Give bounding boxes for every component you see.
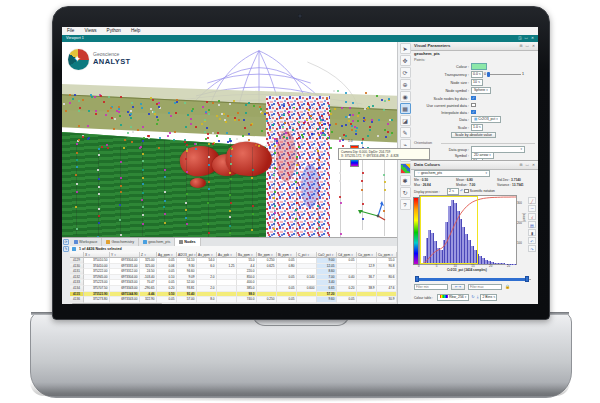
scatter-point (387, 123, 389, 125)
point-colour-swatch[interactable] (471, 63, 487, 70)
viewport-tab-window-icons[interactable]: ◳ ▭ ✕ (518, 35, 535, 42)
tab-geochemistry[interactable]: Geochemistry (102, 238, 139, 246)
viewport-tab[interactable]: Viewport 1 (62, 35, 84, 42)
scatter-point (270, 116, 272, 118)
scatter-point (384, 100, 386, 102)
pan-icon[interactable]: ✥ (400, 55, 411, 66)
scatter-point (334, 108, 336, 110)
scatter-point (296, 156, 298, 158)
menu-item-file[interactable]: File (62, 27, 79, 35)
filter-max-input[interactable] (468, 284, 502, 290)
range-centre-button[interactable]: ⇤⇥ (451, 284, 465, 290)
filter-icon[interactable]: ▼ (289, 254, 292, 257)
scale-sqrt-icon[interactable]: √ (528, 213, 536, 220)
tab-nodes[interactable]: Nodes (175, 238, 200, 246)
filter-icon[interactable]: ▼ (193, 254, 196, 257)
filter-icon[interactable]: ▼ (87, 254, 90, 257)
histogram-icon[interactable]: ▮ (528, 229, 536, 236)
interpolate-checkbox[interactable]: ✓ (471, 110, 476, 115)
filter-icon[interactable]: ▼ (390, 254, 393, 257)
filter-icon[interactable]: ▼ (270, 254, 273, 257)
visual-parameters-header[interactable]: Visual Parameters ⊞ ▭ ✕ (411, 42, 538, 51)
data-colours-object-dropdown[interactable]: ⁘ geochem_pts ▾ (414, 170, 490, 177)
filter-icon[interactable]: ▼ (370, 254, 373, 257)
bins-spinner[interactable]: 2 Bins ⇅ (480, 294, 497, 301)
tab-geochem_pts[interactable]: geochem_pts (139, 238, 175, 246)
scatter-point (205, 111, 207, 113)
table-cell: 57.00 (177, 297, 197, 303)
refresh-table-icon[interactable]: ⟳ (63, 239, 69, 245)
scatter-point (76, 183, 78, 185)
filter-icon[interactable]: ▼ (113, 254, 116, 257)
equalize-icon[interactable]: ▤ (528, 221, 536, 228)
filter-icon[interactable]: ▼ (143, 254, 146, 257)
scatter-point (132, 131, 134, 133)
scientific-checkbox[interactable] (464, 189, 469, 194)
scatter-point (318, 134, 320, 136)
painted-data-checkbox[interactable] (471, 103, 476, 108)
filter-min-input[interactable] (414, 284, 448, 290)
tab-workspace[interactable]: Workspace (70, 238, 102, 246)
colour-table-dropdown[interactable]: Rbw_256 ▾ (437, 294, 469, 301)
slicer-icon[interactable]: ▦ (400, 103, 411, 114)
range-slider[interactable] (415, 276, 531, 282)
range-slider-max-handle[interactable] (525, 276, 529, 282)
histogram-range-box[interactable] (420, 196, 478, 264)
edit-icon[interactable]: ✎ (400, 127, 411, 138)
undo-icon[interactable]: ↶ (528, 237, 536, 244)
reset-precision-icon[interactable]: ↶ (460, 188, 463, 194)
histogram-plot[interactable] (419, 195, 517, 265)
viewport-3d[interactable]: ✦ Geoscience ANALYST 1.0 (62, 42, 397, 237)
filter-icon[interactable]: ▼ (331, 254, 334, 257)
filter-icon[interactable]: ▼ (170, 254, 173, 257)
filter-icon[interactable]: ▼ (306, 254, 309, 257)
refresh-colours-icon[interactable]: ↻ (471, 294, 474, 300)
transparency-spinner[interactable]: 0.0 ⇅ (471, 71, 483, 78)
select-icon[interactable]: ➤ (400, 43, 411, 54)
menu-item-views[interactable]: Views (79, 27, 101, 35)
filter-icon[interactable]: ▼ (210, 254, 213, 257)
look-at-icon[interactable]: ◉ (400, 91, 411, 102)
scale-abs-button[interactable]: Scale by absolute value (451, 132, 496, 138)
colour-grid-icon[interactable] (400, 163, 411, 174)
filter-icon[interactable]: ▼ (229, 254, 232, 257)
menu-item-help[interactable]: Help (126, 27, 145, 35)
scatter-point (383, 174, 385, 176)
scatter-point (127, 111, 129, 113)
app-window: FileViewsPythonHelp Viewport 1 ◳ ▭ ✕ (62, 27, 538, 304)
panel-window-icons[interactable]: ⊞ ▭ ✕ (520, 161, 536, 169)
palette-icon[interactable]: ✱ (400, 175, 411, 186)
rotate-view-icon[interactable]: ↻ (400, 187, 411, 198)
table-row[interactable]: 4136375273.806973343.00322.900.0557.008.… (70, 297, 397, 303)
precision-spinner[interactable]: 2 ⇅ (447, 188, 459, 195)
menu-item-python[interactable]: Python (102, 27, 126, 35)
data-dropdown[interactable]: ▦ Cr2O3_pct ▾ (471, 116, 501, 123)
clip-plane-icon[interactable]: ◪ (400, 115, 411, 126)
range-slider-min-handle[interactable] (415, 276, 419, 282)
panel-window-icons[interactable]: ⊞ ▭ ✕ (520, 42, 536, 50)
scatter-point (101, 146, 103, 148)
save-colours-icon[interactable]: ⤓ (477, 294, 479, 300)
scale-spinner[interactable]: 1.0 ⇅ (471, 124, 483, 131)
scatter-point (186, 150, 188, 152)
lock-icon[interactable]: 🔒 (505, 284, 510, 290)
scale-log-icon[interactable]: ⌒ (528, 205, 536, 212)
transparency-slider[interactable] (487, 74, 521, 75)
scale-nodes-checkbox[interactable]: ✓ (471, 96, 476, 101)
scatter-point (345, 124, 347, 126)
redo-icon[interactable]: ↷ (528, 245, 536, 252)
scatter-point (302, 136, 304, 138)
orbit-icon[interactable]: ⟳ (400, 67, 411, 78)
table-horizontal-scrollbar[interactable] (70, 303, 397, 304)
node-size-spinner[interactable]: 10 ⇅ (471, 79, 483, 86)
node-symbol-dropdown[interactable]: Sphere ▾ (471, 87, 491, 94)
help-icon[interactable]: ? (400, 199, 411, 210)
filter-icon[interactable]: ▼ (350, 254, 353, 257)
filter-icon[interactable]: ▼ (250, 254, 253, 257)
scale-linear-icon[interactable]: ╱ (528, 197, 536, 204)
zoom-extents-icon[interactable]: ⊕ (400, 79, 411, 90)
scatter-point (190, 118, 192, 120)
edit-table-icon[interactable]: ✎ (63, 246, 69, 252)
scatter-point (229, 216, 231, 218)
scatter-point (87, 125, 89, 127)
